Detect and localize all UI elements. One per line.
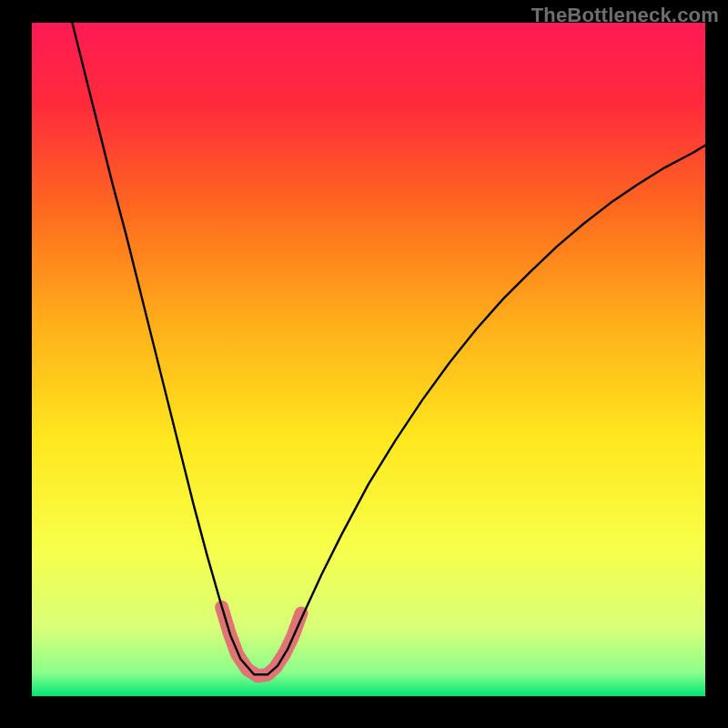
bottleneck-chart xyxy=(0,0,728,728)
chart-container: TheBottleneck.com xyxy=(0,0,728,728)
plot-background xyxy=(32,23,705,696)
watermark-text: TheBottleneck.com xyxy=(531,4,719,27)
